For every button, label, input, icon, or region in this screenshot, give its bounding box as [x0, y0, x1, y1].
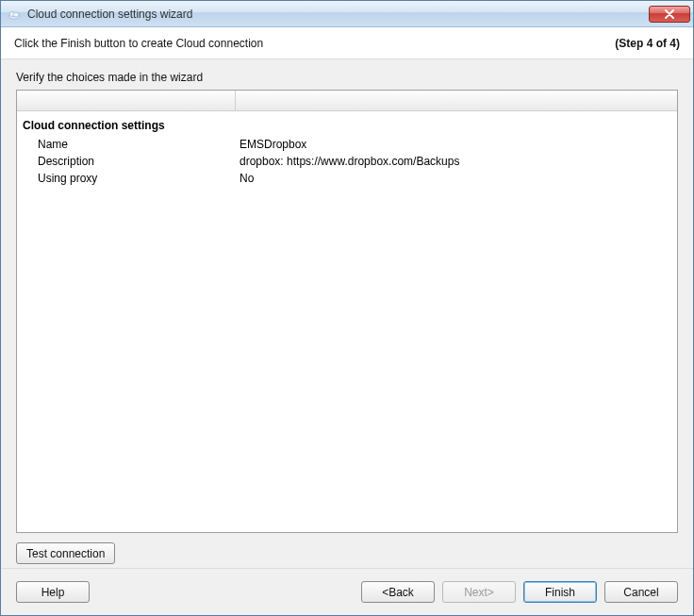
- header-strip: Click the Finish button to create Cloud …: [1, 27, 693, 59]
- content-area: Verify the choices made in the wizard Cl…: [1, 59, 693, 568]
- row-value: dropbox: https://www.dropbox.com/Backups: [236, 154, 677, 169]
- titlebar: Cloud connection settings wizard: [1, 1, 693, 27]
- summary-body: Cloud connection settings Name EMSDropbo…: [17, 111, 677, 532]
- help-button[interactable]: Help: [16, 581, 90, 603]
- summary-header-col1: [17, 91, 236, 110]
- summary-row-proxy: Using proxy No: [17, 170, 677, 187]
- row-label: Using proxy: [17, 171, 236, 186]
- row-label: Description: [17, 154, 236, 169]
- footer: Help <Back Next> Finish Cancel: [1, 568, 693, 615]
- wizard-window: Cloud connection settings wizard Click t…: [0, 0, 694, 616]
- svg-point-2: [13, 12, 19, 17]
- test-connection-button[interactable]: Test connection: [16, 542, 115, 564]
- summary-header-col2: [236, 91, 677, 110]
- finish-button[interactable]: Finish: [523, 581, 597, 603]
- summary-box: Cloud connection settings Name EMSDropbo…: [16, 90, 678, 533]
- row-value: No: [236, 171, 677, 186]
- back-button[interactable]: <Back: [361, 581, 435, 603]
- cancel-button[interactable]: Cancel: [604, 581, 678, 603]
- summary-row-description: Description dropbox: https://www.dropbox…: [17, 153, 677, 170]
- close-button[interactable]: [649, 6, 690, 23]
- section-title: Cloud connection settings: [17, 117, 677, 136]
- test-connection-row: Test connection: [16, 533, 678, 564]
- summary-row-name: Name EMSDropbox: [17, 136, 677, 153]
- window-title: Cloud connection settings wizard: [27, 8, 649, 21]
- summary-header: [17, 91, 677, 111]
- row-label: Name: [17, 137, 236, 152]
- cloud-icon: [7, 7, 22, 22]
- next-button: Next>: [442, 581, 516, 603]
- verify-label: Verify the choices made in the wizard: [16, 71, 678, 84]
- header-step: (Step 4 of 4): [615, 37, 680, 50]
- row-value: EMSDropbox: [236, 137, 677, 152]
- header-instruction: Click the Finish button to create Cloud …: [14, 37, 615, 50]
